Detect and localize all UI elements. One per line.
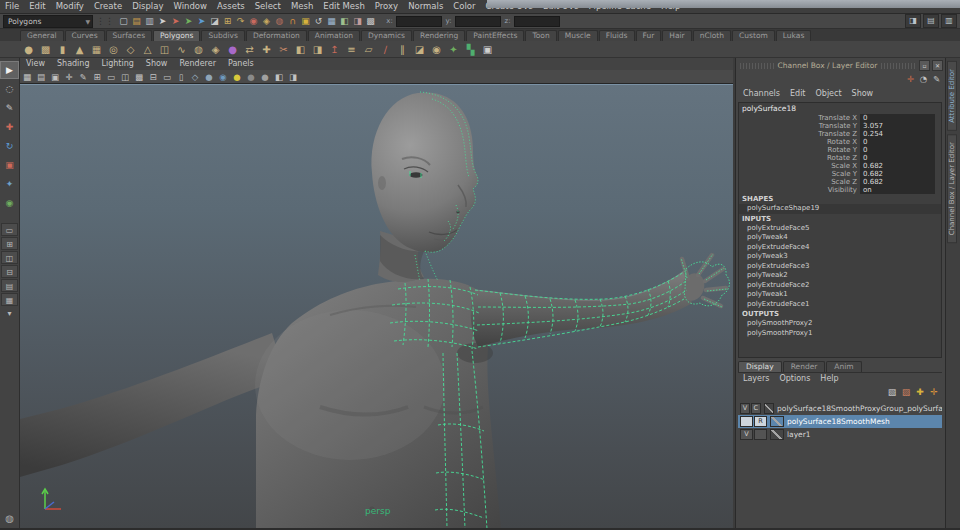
uv-checker-icon[interactable]: ▚ [462, 42, 479, 57]
camera-attributes-icon[interactable]: ▦ [20, 71, 34, 83]
uv-snapshot-icon[interactable]: ▣ [479, 42, 496, 57]
append-polygon-icon[interactable]: ▱ [360, 42, 377, 57]
history-node[interactable]: polyExtrudeFace2 [739, 281, 941, 291]
shelf-tab[interactable]: Custom [732, 30, 775, 41]
viewport-menu-item[interactable]: Panels [222, 58, 260, 70]
shelf-tab[interactable]: PaintEffects [466, 30, 524, 41]
attribute-editor-toggle[interactable]: ◨ [905, 14, 921, 28]
select-by-component-icon[interactable]: ➤ [195, 15, 208, 28]
shelf-tab[interactable]: Surfaces [106, 30, 152, 41]
layer-color-swatch[interactable] [764, 403, 775, 414]
split-polygon-icon[interactable]: ∕ [377, 42, 394, 57]
history-node[interactable]: polyTweak1 [739, 290, 941, 300]
statusline-grip[interactable]: ⋮⋮ [93, 15, 117, 27]
construction-history-icon[interactable]: ↺ [312, 15, 325, 28]
menu-item[interactable]: Normals [403, 0, 448, 13]
shelf-tab[interactable]: nCloth [693, 30, 731, 41]
output-node[interactable]: polySmoothProxy1 [739, 329, 941, 339]
grease-pencil-icon[interactable]: ✎ [76, 71, 90, 83]
grid-icon[interactable]: ⊞ [90, 71, 104, 83]
textured-icon[interactable]: ◉ [216, 71, 230, 83]
lock-selection-icon[interactable]: ▣ [299, 15, 312, 28]
shelf-tab[interactable]: Muscle [558, 30, 598, 41]
numeric-input-field[interactable] [396, 16, 442, 27]
toolbox-bottom-icon[interactable]: ◍ [5, 513, 14, 524]
gate-mask-icon[interactable]: ▩ [132, 71, 146, 83]
shelf-tab[interactable]: General [20, 30, 64, 41]
viewport-menu-item[interactable]: Renderer [173, 58, 222, 70]
select-tool-mask-icon[interactable]: ➤ [156, 15, 169, 28]
history-node[interactable]: polyTweak2 [739, 271, 941, 281]
scale-tool[interactable]: ▣ [0, 156, 19, 174]
menu-item[interactable]: Mesh [286, 0, 318, 13]
make-live-icon[interactable]: ∩ [286, 15, 299, 28]
edit-selected-layer-icon[interactable]: ▧ [885, 385, 899, 399]
channel-box-menu-item[interactable]: Object [811, 87, 847, 100]
soft-mod-tool[interactable]: ◉ [0, 194, 19, 212]
close-panel-icon[interactable]: ✕ [932, 60, 943, 71]
shelf-tab[interactable]: Lukas [776, 30, 812, 41]
layout-single-pane[interactable]: ▭ [1, 223, 18, 236]
layer-display-type-toggle[interactable]: R [754, 416, 767, 427]
selected-object-name[interactable]: polySurface18 [739, 103, 941, 114]
poly-sphere-icon[interactable]: ● [20, 42, 37, 57]
poly-cone-icon[interactable]: ▲ [71, 42, 88, 57]
panel-drag-handle[interactable] [881, 63, 915, 69]
isolate-select-icon[interactable]: ◧ [272, 71, 286, 83]
shelf-tab[interactable]: Toon [525, 30, 556, 41]
poly-torus-icon[interactable]: ◎ [105, 42, 122, 57]
snap-to-plane-icon[interactable]: ◈ [260, 15, 273, 28]
snap-to-grid-icon[interactable]: ⊞ [221, 15, 234, 28]
sculpt-geometry-icon[interactable]: ✦ [445, 42, 462, 57]
layer-visibility-toggle[interactable] [740, 416, 753, 427]
new-empty-layer-icon[interactable]: ✚ [913, 385, 927, 399]
sidebar-vertical-tab[interactable]: Attribute Editor [947, 61, 957, 131]
mirror-geometry-icon[interactable]: ⇄ [241, 42, 258, 57]
safe-action-icon[interactable]: ▭ [160, 71, 174, 83]
snap-to-curve-icon[interactable]: ↷ [234, 15, 247, 28]
sidebar-vertical-tab[interactable]: Channel Box / Layer Editor [947, 134, 957, 243]
layer-editor-tab[interactable]: Anim [826, 361, 861, 372]
open-scene-icon[interactable]: ▤ [130, 15, 143, 28]
safe-title-icon[interactable]: ▯ [174, 71, 188, 83]
viewport-canvas[interactable]: persp [20, 84, 733, 529]
paint-select-tool[interactable]: ✎ [0, 99, 19, 117]
viewport-menu-item[interactable]: View [20, 58, 51, 70]
shelf-tab[interactable]: Deformation [246, 30, 307, 41]
poly-plane-icon[interactable]: ▦ [88, 42, 105, 57]
universal-manipulator-tool[interactable]: ✦ [0, 175, 19, 193]
channel-value-field[interactable]: 0.682 [860, 170, 935, 178]
smooth-proxy-icon[interactable]: ● [224, 42, 241, 57]
menu-item[interactable]: Create [89, 0, 127, 13]
lights-icon[interactable]: ● [230, 71, 244, 83]
wireframe-icon[interactable]: ◇ [188, 71, 202, 83]
smooth-icon[interactable]: ◉ [428, 42, 445, 57]
lasso-select-tool[interactable]: ◌ [0, 80, 19, 98]
history-node[interactable]: polyTweak4 [739, 233, 941, 243]
history-node[interactable]: polyExtrudeFace3 [739, 262, 941, 272]
shelf-tab[interactable]: Dynamics [361, 30, 412, 41]
history-node[interactable]: polyExtrudeFace4 [739, 243, 941, 253]
layer-visibility-toggle[interactable]: V [740, 429, 753, 440]
channel-edit-icon[interactable]: ✎ [930, 73, 943, 86]
panel-drag-handle[interactable] [740, 63, 774, 69]
platonic-solid-icon[interactable]: ◈ [207, 42, 224, 57]
save-scene-icon[interactable]: ▥ [143, 15, 156, 28]
channel-value-field[interactable]: 0 [860, 114, 935, 122]
layer-editor-tab[interactable]: Display [738, 361, 782, 372]
numeric-input-field[interactable] [514, 16, 560, 27]
channel-value-field[interactable]: 3.057 [860, 122, 935, 130]
boolean-difference-icon[interactable]: ◨ [309, 42, 326, 57]
manip-attributes-icon[interactable]: ✛ [904, 73, 917, 86]
channel-box-menu-item[interactable]: Show [847, 87, 879, 100]
boolean-union-icon[interactable]: ◧ [292, 42, 309, 57]
layout-hypershade[interactable]: ▤ [1, 279, 18, 292]
extract-icon[interactable]: ✂ [275, 42, 292, 57]
viewport-menu-item[interactable]: Lighting [95, 58, 139, 70]
history-node[interactable]: polyExtrudeFace1 [739, 300, 941, 310]
poly-pipe-icon[interactable]: ◫ [156, 42, 173, 57]
layer-color-swatch[interactable] [770, 416, 784, 427]
menu-item[interactable]: Window [168, 0, 212, 13]
layer-editor-menu-item[interactable]: Options [774, 373, 815, 385]
snap-to-surface-icon[interactable]: ◍ [273, 15, 286, 28]
